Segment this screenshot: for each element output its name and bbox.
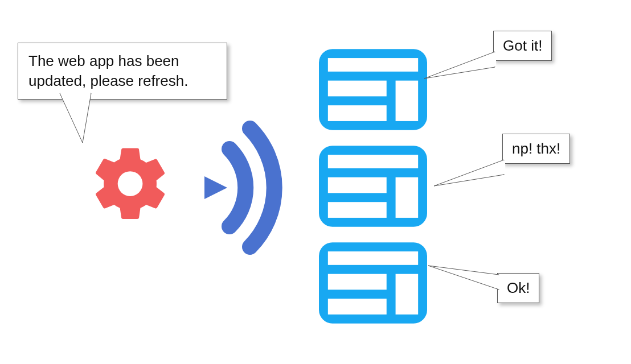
browser-tab-icon	[319, 242, 427, 324]
tab2-bubble-tail	[433, 159, 507, 191]
svg-rect-12	[328, 202, 387, 218]
svg-marker-7	[424, 52, 495, 78]
svg-marker-0	[60, 93, 91, 143]
svg-rect-19	[328, 299, 387, 315]
svg-rect-20	[396, 274, 419, 315]
svg-rect-11	[328, 177, 387, 193]
tab3-bubble-tail	[427, 264, 501, 296]
svg-rect-4	[328, 81, 387, 97]
svg-marker-21	[428, 266, 499, 289]
svg-rect-6	[396, 81, 419, 121]
tab2-response-text: np! thx!	[512, 140, 560, 157]
tab1-speech-bubble: Got it!	[493, 31, 552, 61]
broadcast-signal-icon	[191, 114, 305, 262]
tab2-speech-bubble: np! thx!	[502, 134, 570, 164]
svg-rect-10	[328, 155, 418, 168]
server-bubble-tail	[60, 93, 94, 144]
svg-rect-17	[328, 251, 418, 265]
gear-icon	[88, 141, 174, 226]
browser-tab-icon	[319, 145, 427, 228]
tab3-response-text: Ok!	[507, 279, 530, 296]
svg-rect-22	[498, 275, 500, 289]
svg-rect-8	[494, 52, 496, 67]
svg-rect-15	[503, 160, 505, 174]
tab1-response-text: Got it!	[503, 37, 542, 54]
svg-rect-18	[328, 274, 387, 290]
tab3-speech-bubble: Ok!	[497, 273, 539, 303]
svg-rect-13	[396, 177, 419, 218]
svg-rect-5	[328, 105, 387, 121]
server-speech-bubble: The web app has been updated, please ref…	[18, 43, 227, 100]
svg-rect-3	[328, 58, 418, 72]
server-message-text: The web app has been updated, please ref…	[28, 52, 188, 89]
svg-marker-14	[434, 160, 504, 186]
browser-tab-icon	[319, 48, 427, 131]
tab1-bubble-tail	[423, 51, 497, 80]
svg-rect-1	[60, 92, 91, 94]
